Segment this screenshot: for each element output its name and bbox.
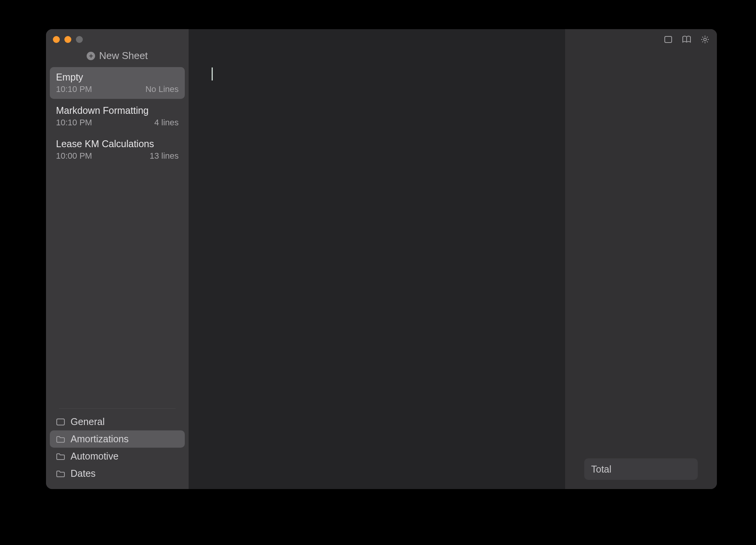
sheet-list: Empty 10:10 PM No Lines Markdown Formatt… xyxy=(46,67,189,405)
sheet-time: 10:10 PM xyxy=(56,84,92,94)
panel-icon[interactable] xyxy=(663,34,673,44)
folder-icon xyxy=(56,435,65,443)
folder-label: Dates xyxy=(71,468,95,479)
divider xyxy=(59,408,176,409)
folder-item-dates[interactable]: Dates xyxy=(50,465,185,482)
text-cursor xyxy=(212,67,213,80)
results-pane: Total xyxy=(565,29,717,489)
plus-icon: + xyxy=(87,52,95,60)
sheet-item[interactable]: Empty 10:10 PM No Lines xyxy=(50,67,185,99)
sheet-item[interactable]: Markdown Formatting 10:10 PM 4 lines xyxy=(50,100,185,132)
folder-label: General xyxy=(71,416,105,427)
sheet-title: Markdown Formatting xyxy=(56,105,179,116)
new-sheet-label: New Sheet xyxy=(99,50,148,62)
sheet-title: Lease KM Calculations xyxy=(56,138,179,149)
app-window: + New Sheet Empty 10:10 PM No Lines Mark… xyxy=(46,29,717,489)
sheet-time: 10:00 PM xyxy=(56,151,92,161)
svg-rect-0 xyxy=(57,419,64,425)
close-window-button[interactable] xyxy=(53,36,60,43)
folder-item-automotive[interactable]: Automotive xyxy=(50,448,185,465)
folder-list: General Amortizations Automotive Dates xyxy=(46,405,189,489)
sheet-time: 10:10 PM xyxy=(56,118,92,128)
svg-rect-1 xyxy=(665,36,672,43)
total-label: Total xyxy=(591,464,611,475)
new-sheet-button[interactable]: + New Sheet xyxy=(46,47,189,67)
svg-point-3 xyxy=(704,38,707,41)
editor-area[interactable] xyxy=(189,29,565,489)
folder-icon xyxy=(56,470,65,478)
gear-icon[interactable] xyxy=(700,34,710,44)
folder-label: Amortizations xyxy=(71,433,128,445)
sheet-meta: 10:10 PM 4 lines xyxy=(56,118,179,128)
sheet-title: Empty xyxy=(56,72,179,83)
right-toolbar xyxy=(663,34,710,44)
sheet-lines: No Lines xyxy=(145,84,179,94)
sheet-meta: 10:10 PM No Lines xyxy=(56,84,179,94)
book-icon[interactable] xyxy=(682,34,692,44)
total-display[interactable]: Total xyxy=(584,458,698,480)
folder-label: Automotive xyxy=(71,451,118,462)
minimize-window-button[interactable] xyxy=(64,36,71,43)
sheet-lines: 13 lines xyxy=(150,151,179,161)
folder-item-amortizations[interactable]: Amortizations xyxy=(50,430,185,448)
zoom-window-button[interactable] xyxy=(76,36,83,43)
rectangle-icon xyxy=(56,418,65,426)
window-controls xyxy=(46,29,189,47)
folder-item-general[interactable]: General xyxy=(50,413,185,430)
sheet-meta: 10:00 PM 13 lines xyxy=(56,151,179,161)
sheet-item[interactable]: Lease KM Calculations 10:00 PM 13 lines xyxy=(50,134,185,166)
sheet-lines: 4 lines xyxy=(154,118,179,128)
sidebar: + New Sheet Empty 10:10 PM No Lines Mark… xyxy=(46,29,189,489)
folder-icon xyxy=(56,453,65,460)
